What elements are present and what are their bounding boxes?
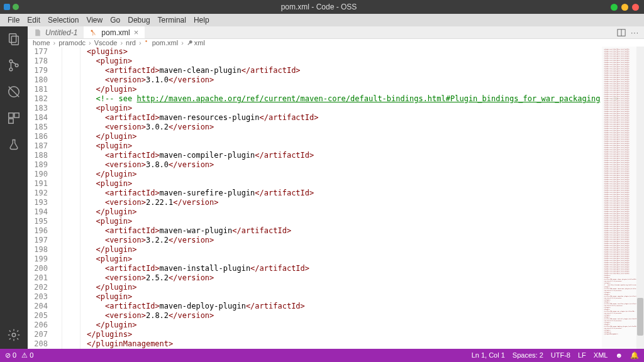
window-title: pom.xml - Code - OSS <box>28 3 610 11</box>
status-warnings[interactable]: ⚠ 0 <box>21 351 33 359</box>
scrollbar-thumb[interactable] <box>637 298 643 336</box>
explorer-icon[interactable] <box>6 31 21 47</box>
app-icon <box>4 4 10 10</box>
vertical-scrollbar[interactable] <box>636 47 644 349</box>
menu-help[interactable]: Help <box>190 16 213 25</box>
status-language[interactable]: XML <box>594 351 608 359</box>
svg-rect-0 <box>9 34 16 43</box>
menu-bar: File Edit Selection View Go Debug Termin… <box>0 14 644 26</box>
test-icon[interactable] <box>6 137 21 152</box>
activity-bar <box>0 26 28 349</box>
status-lncol[interactable]: Ln 1, Col 1 <box>472 351 505 359</box>
menu-debug[interactable]: Debug <box>124 16 153 25</box>
minimize-button[interactable] <box>611 4 618 11</box>
breadcrumb-user[interactable]: pramodc <box>58 39 86 47</box>
menu-file[interactable]: File <box>4 16 23 25</box>
svg-rect-7 <box>14 113 19 118</box>
source-control-icon[interactable] <box>6 58 21 73</box>
maximize-button[interactable] <box>621 4 628 11</box>
tab-untitled-label: Untitled-1 <box>45 28 77 37</box>
titlebar-left-icons <box>0 4 28 10</box>
svg-point-9 <box>12 333 16 337</box>
editor-tabs: Untitled-1 pom.xml × ··· <box>28 26 644 39</box>
wrench-icon <box>187 40 193 46</box>
title-bar: pom.xml - Code - OSS <box>0 0 644 14</box>
indent-guides <box>55 47 87 349</box>
editor[interactable]: 1771781791801811821831841851861871881891… <box>28 47 644 349</box>
breadcrumb[interactable]: home› pramodc› Vscode› nrd› pom.xml› xml <box>28 39 644 47</box>
settings-gear-icon[interactable] <box>6 327 21 343</box>
feedback-icon[interactable]: ☻ <box>615 351 623 359</box>
menu-edit[interactable]: Edit <box>23 16 44 25</box>
breadcrumb-folder1[interactable]: Vscode <box>94 39 118 47</box>
minimap[interactable]: <plugin><artifactId>x</artifactId><plugi… <box>602 47 636 349</box>
svg-rect-6 <box>9 113 13 118</box>
window-controls <box>610 4 644 11</box>
close-window-button[interactable] <box>632 4 639 11</box>
status-spaces[interactable]: Spaces: 2 <box>513 351 543 359</box>
svg-point-2 <box>9 60 13 63</box>
status-eol[interactable]: LF <box>578 351 586 359</box>
status-errors[interactable]: ⊘ 0 <box>5 351 16 359</box>
bell-icon[interactable]: 🔔 <box>630 351 639 359</box>
code-content[interactable]: <plugins> <plugin> <artifactId>maven-cle… <box>87 47 644 349</box>
debug-icon[interactable] <box>6 84 21 99</box>
breadcrumb-folder2[interactable]: nrd <box>126 39 136 47</box>
line-number-gutter: 1771781791801811821831841851861871881891… <box>28 47 55 349</box>
status-encoding[interactable]: UTF-8 <box>551 351 570 359</box>
menu-selection[interactable]: Selection <box>44 16 82 25</box>
menu-terminal[interactable]: Terminal <box>154 16 190 25</box>
tab-pom-label: pom.xml <box>101 28 130 37</box>
tab-untitled[interactable]: Untitled-1 <box>28 26 84 38</box>
file-icon <box>34 29 42 36</box>
svg-point-4 <box>15 64 18 67</box>
menu-go[interactable]: Go <box>106 16 124 25</box>
breadcrumb-symbol[interactable]: xml <box>194 39 205 47</box>
status-dot-icon <box>13 4 19 10</box>
split-editor-icon[interactable] <box>617 28 626 37</box>
more-actions-icon[interactable]: ··· <box>631 28 639 37</box>
svg-point-13 <box>145 40 147 42</box>
svg-rect-1 <box>11 36 18 45</box>
breadcrumb-home[interactable]: home <box>33 39 50 47</box>
tab-pom[interactable]: pom.xml × <box>84 26 145 38</box>
status-bar: ⊘ 0 ⚠ 0 Ln 1, Col 1 Spaces: 2 UTF-8 LF X… <box>0 349 644 362</box>
xml-icon <box>90 29 97 36</box>
extensions-icon[interactable] <box>6 111 21 126</box>
breadcrumb-file[interactable]: pom.xml <box>152 39 179 47</box>
menu-view[interactable]: View <box>82 16 106 25</box>
close-icon[interactable]: × <box>134 28 139 37</box>
svg-rect-8 <box>9 119 13 123</box>
svg-point-3 <box>9 68 13 71</box>
xml-icon <box>145 40 151 46</box>
